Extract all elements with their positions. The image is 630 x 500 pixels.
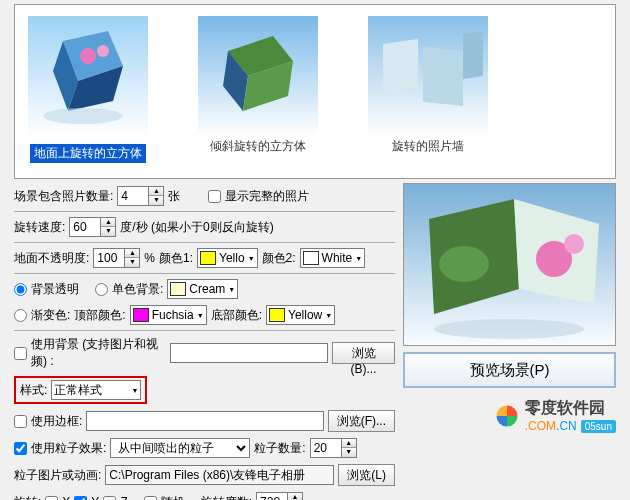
brand-logo: 零度软件园 .COM.CN05sun — [403, 398, 616, 433]
svg-rect-14 — [463, 30, 483, 79]
browse-l-button[interactable]: 浏览(L) — [338, 464, 395, 486]
color2-label: 颜色2: — [262, 250, 296, 267]
scene-thumb-1-label: 地面上旋转的立方体 — [30, 144, 146, 163]
spin-up-icon[interactable]: ▲ — [101, 218, 115, 227]
scene-thumb-3-image — [363, 13, 493, 138]
spin-down-icon[interactable]: ▼ — [125, 258, 139, 267]
svg-point-6 — [43, 108, 123, 124]
chevron-down-icon: ▼ — [355, 255, 362, 262]
rotate-speed-unit: 度/秒 (如果小于0则反向旋转) — [120, 219, 273, 236]
ground-opacity-input[interactable] — [93, 248, 125, 268]
photo-count-input[interactable] — [117, 186, 149, 206]
spin-down-icon[interactable]: ▼ — [101, 227, 115, 236]
use-bg-media-label: 使用背景 (支持图片和视频) : — [31, 336, 166, 370]
bottom-color-name: Yellow — [288, 308, 322, 322]
rotate-speed-spinner[interactable]: ▲▼ — [69, 217, 116, 237]
rotate-count-input[interactable] — [256, 492, 288, 500]
photo-count-spinner[interactable]: ▲▼ — [117, 186, 164, 206]
rotate-x-checkbox[interactable] — [45, 496, 58, 501]
brand-name: 零度软件园 — [525, 398, 616, 419]
use-particle-checkbox[interactable] — [14, 442, 27, 455]
preview-image — [403, 183, 616, 346]
bg-transparent-label: 背景透明 — [31, 281, 79, 298]
bg-transparent-radio[interactable] — [14, 283, 27, 296]
rotate-y-label: Y — [91, 495, 99, 500]
color1-name: Yello — [219, 251, 245, 265]
preview-scene-button[interactable]: 预览场景(P) — [403, 352, 616, 388]
svg-rect-12 — [383, 38, 418, 93]
top-color-dropdown[interactable]: Fuchsia ▼ — [130, 305, 207, 325]
bg-media-path-input[interactable] — [170, 343, 328, 363]
color2-dropdown[interactable]: White ▼ — [300, 248, 366, 268]
scene-thumb-1[interactable]: 地面上旋转的立方体 — [23, 13, 153, 170]
rotate-count-spinner[interactable]: ▲▼ — [256, 492, 303, 500]
rotate-speed-input[interactable] — [69, 217, 101, 237]
particle-count-spinner[interactable]: ▲▼ — [310, 438, 357, 458]
chevron-down-icon: ▼ — [131, 387, 138, 394]
border-path-input[interactable] — [86, 411, 323, 431]
top-color-swatch — [133, 308, 149, 322]
random-label: 随机 — [161, 494, 185, 501]
ground-opacity-label: 地面不透明度: — [14, 250, 89, 267]
bg-gradient-radio[interactable] — [14, 309, 27, 322]
rotate-axis-label: 旋转: — [14, 494, 41, 501]
top-color-name: Fuchsia — [152, 308, 194, 322]
bg-solid-color-name: Cream — [189, 282, 225, 296]
pct-label: % — [144, 251, 155, 265]
bg-gradient-label: 渐变色: — [31, 307, 70, 324]
bottom-color-label: 底部颜色: — [211, 307, 262, 324]
scene-thumb-3[interactable]: 旋转的照片墙 — [363, 13, 493, 170]
ground-opacity-spinner[interactable]: ▲▼ — [93, 248, 140, 268]
brand-domain: .COM.CN05sun — [525, 419, 616, 433]
browse-f-button[interactable]: 浏览(F)... — [328, 410, 395, 432]
spin-down-icon[interactable]: ▼ — [149, 196, 163, 205]
style-highlight-box: 样式: 正常样式 ▼ — [14, 376, 147, 404]
chevron-down-icon: ▼ — [325, 312, 332, 319]
random-checkbox[interactable] — [144, 496, 157, 501]
photo-count-label: 场景包含照片数量: — [14, 188, 113, 205]
rotate-y-checkbox[interactable] — [74, 496, 87, 501]
color1-dropdown[interactable]: Yello ▼ — [197, 248, 258, 268]
particle-img-label: 粒子图片或动画: — [14, 467, 101, 484]
color2-name: White — [322, 251, 353, 265]
rotate-speed-label: 旋转速度: — [14, 219, 65, 236]
use-particle-label: 使用粒子效果: — [31, 440, 106, 457]
scene-thumb-2-label: 倾斜旋转的立方体 — [210, 139, 306, 153]
svg-point-19 — [564, 234, 584, 254]
bg-solid-label: 单色背景: — [112, 281, 163, 298]
spin-down-icon[interactable]: ▼ — [342, 448, 356, 457]
bg-solid-radio[interactable] — [95, 283, 108, 296]
scene-thumb-2-image — [193, 13, 323, 138]
rotate-x-label: X — [62, 495, 70, 500]
spin-up-icon[interactable]: ▲ — [288, 493, 302, 500]
chevron-down-icon: ▼ — [197, 312, 204, 319]
spin-up-icon[interactable]: ▲ — [149, 187, 163, 196]
style-label: 样式: — [20, 382, 47, 399]
svg-point-5 — [97, 45, 109, 57]
chevron-down-icon: ▼ — [248, 255, 255, 262]
svg-point-20 — [439, 246, 489, 282]
particle-type-select[interactable]: 从中间喷出的粒子 — [110, 438, 250, 458]
browse-b-button[interactable]: 浏览(B)... — [332, 342, 395, 364]
particle-count-input[interactable] — [310, 438, 342, 458]
show-full-label: 显示完整的照片 — [225, 188, 309, 205]
use-bg-media-checkbox[interactable] — [14, 347, 27, 360]
spin-up-icon[interactable]: ▲ — [125, 249, 139, 258]
svg-rect-13 — [423, 46, 463, 105]
bottom-color-dropdown[interactable]: Yellow ▼ — [266, 305, 335, 325]
use-border-checkbox[interactable] — [14, 415, 27, 428]
rotate-z-checkbox[interactable] — [103, 496, 116, 501]
spin-up-icon[interactable]: ▲ — [342, 439, 356, 448]
bg-solid-color-dropdown[interactable]: Cream ▼ — [167, 279, 238, 299]
rotate-count-label: 旋转度数: — [201, 494, 252, 501]
scene-thumb-1-image — [23, 13, 153, 138]
style-dropdown[interactable]: 正常样式 ▼ — [51, 380, 141, 400]
bg-solid-swatch — [170, 282, 186, 296]
chevron-down-icon: ▼ — [228, 286, 235, 293]
particle-img-input[interactable] — [105, 465, 334, 485]
show-full-checkbox[interactable] — [208, 190, 221, 203]
color2-swatch — [303, 251, 319, 265]
brand-icon — [493, 402, 521, 430]
scene-thumb-2[interactable]: 倾斜旋转的立方体 — [193, 13, 323, 170]
brand-tag: 05sun — [581, 420, 616, 433]
